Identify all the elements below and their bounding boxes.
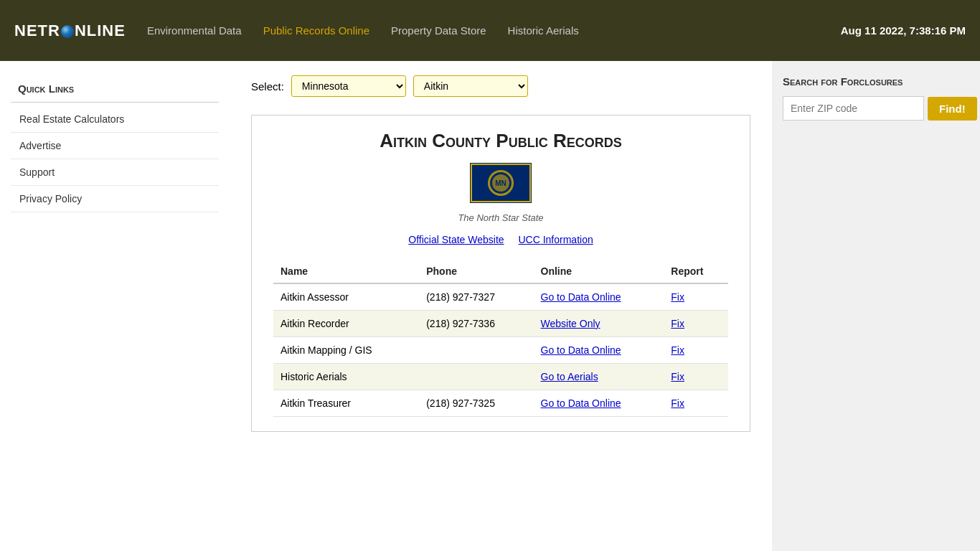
- selector-row: Select: Minnesota Aitkin: [251, 75, 750, 97]
- nav-public-records[interactable]: Public Records Online: [263, 24, 369, 37]
- row-online: Website Only: [534, 311, 664, 337]
- flag-caption: The North Star State: [273, 212, 728, 223]
- main-layout: Quick Links Real Estate Calculators Adve…: [0, 61, 980, 551]
- nav-property-data[interactable]: Property Data Store: [391, 24, 486, 37]
- main-nav: Environmental Data Public Records Online…: [147, 24, 841, 37]
- table-row: Aitkin Recorder(218) 927-7336Website Onl…: [273, 311, 728, 337]
- row-phone: (218) 927-7327: [419, 283, 533, 311]
- row-phone: (218) 927-7336: [419, 311, 533, 337]
- sidebar-advertise[interactable]: Advertise: [11, 133, 219, 159]
- zip-input[interactable]: [783, 96, 924, 121]
- nav-historic-aerials[interactable]: Historic Aerials: [508, 24, 579, 37]
- row-name: Historic Aerials: [273, 364, 419, 390]
- county-box: Aitkin County Public Records MN The Nort…: [251, 115, 750, 432]
- table-row: Historic AerialsGo to AerialsFix: [273, 364, 728, 390]
- main-content: Select: Minnesota Aitkin Aitkin County P…: [230, 61, 772, 551]
- fix-link[interactable]: Fix: [671, 344, 684, 356]
- nav-environmental-data[interactable]: Environmental Data: [147, 24, 242, 37]
- row-report: Fix: [664, 364, 728, 390]
- sidebar: Quick Links Real Estate Calculators Adve…: [0, 61, 230, 551]
- row-report: Fix: [664, 390, 728, 417]
- find-button[interactable]: Find!: [928, 97, 977, 121]
- row-phone: (218) 927-7325: [419, 390, 533, 417]
- logo-text: NETRNLINE: [14, 22, 126, 40]
- row-name: Aitkin Mapping / GIS: [273, 337, 419, 364]
- table-body: Aitkin Assessor(218) 927-7327Go to Data …: [273, 283, 728, 417]
- records-table: Name Phone Online Report Aitkin Assessor…: [273, 260, 728, 417]
- foreclosure-title: Search for Forclosures: [783, 75, 969, 88]
- ucc-information-link[interactable]: UCC Information: [518, 234, 593, 245]
- quick-links-title: Quick Links: [11, 75, 219, 103]
- table-row: Aitkin Assessor(218) 927-7327Go to Data …: [273, 283, 728, 311]
- minnesota-flag: MN: [470, 163, 532, 203]
- right-panel: Search for Forclosures Find!: [772, 61, 980, 551]
- state-select[interactable]: Minnesota: [291, 75, 406, 97]
- online-link[interactable]: Go to Data Online: [541, 397, 657, 409]
- online-link[interactable]: Website Only: [541, 318, 657, 329]
- row-report: Fix: [664, 283, 728, 311]
- row-name: Aitkin Assessor: [273, 283, 419, 311]
- row-report: Fix: [664, 311, 728, 337]
- online-link[interactable]: Go to Data Online: [541, 344, 657, 356]
- row-report: Fix: [664, 337, 728, 364]
- header: NETRNLINE Environmental Data Public Reco…: [0, 0, 980, 61]
- row-phone: [419, 364, 533, 390]
- county-title: Aitkin County Public Records: [273, 130, 728, 152]
- online-link[interactable]: Go to Aerials: [541, 371, 657, 382]
- county-select[interactable]: Aitkin: [413, 75, 528, 97]
- selector-label: Select:: [251, 80, 284, 93]
- state-links: Official State Website UCC Information: [273, 234, 728, 245]
- official-state-website-link[interactable]: Official State Website: [408, 234, 504, 245]
- flag-area: MN: [273, 163, 728, 205]
- globe-icon: [61, 25, 74, 38]
- col-report: Report: [664, 260, 728, 283]
- svg-text:MN: MN: [495, 179, 507, 187]
- fix-link[interactable]: Fix: [671, 397, 684, 409]
- col-phone: Phone: [419, 260, 533, 283]
- sidebar-support[interactable]: Support: [11, 159, 219, 186]
- zip-row: Find!: [783, 96, 969, 121]
- row-online: Go to Data Online: [534, 283, 664, 311]
- logo-area: NETRNLINE: [14, 22, 126, 40]
- row-online: Go to Aerials: [534, 364, 664, 390]
- col-online: Online: [534, 260, 664, 283]
- fix-link[interactable]: Fix: [671, 318, 684, 329]
- row-phone: [419, 337, 533, 364]
- sidebar-real-estate[interactable]: Real Estate Calculators: [11, 106, 219, 133]
- fix-link[interactable]: Fix: [671, 371, 684, 382]
- table-row: Aitkin Treasurer(218) 927-7325Go to Data…: [273, 390, 728, 417]
- row-online: Go to Data Online: [534, 390, 664, 417]
- col-name: Name: [273, 260, 419, 283]
- fix-link[interactable]: Fix: [671, 291, 684, 303]
- row-name: Aitkin Treasurer: [273, 390, 419, 417]
- row-name: Aitkin Recorder: [273, 311, 419, 337]
- sidebar-privacy[interactable]: Privacy Policy: [11, 186, 219, 212]
- row-online: Go to Data Online: [534, 337, 664, 364]
- table-row: Aitkin Mapping / GISGo to Data OnlineFix: [273, 337, 728, 364]
- online-link[interactable]: Go to Data Online: [541, 291, 657, 303]
- datetime-display: Aug 11 2022, 7:38:16 PM: [841, 24, 966, 37]
